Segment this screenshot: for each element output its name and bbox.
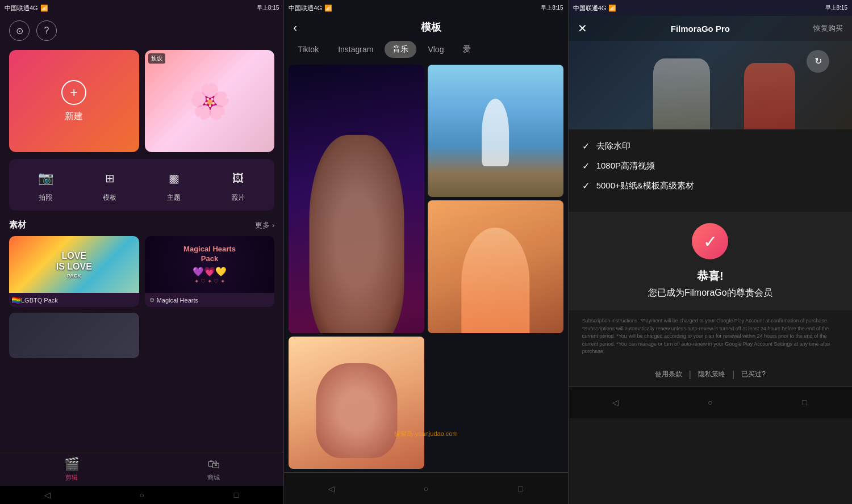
p1-toolbar: ⊙ ? [0,16,283,45]
watermark-text: 缘聚岛-yuanjudao.com [394,430,457,438]
close-button[interactable]: ✕ [578,22,587,35]
new-label: 新建 [65,111,83,123]
tab-vlog[interactable]: Vlog [420,41,452,57]
feature-stickers: ✓ 5000+贴纸&模板高级素材 [582,180,838,191]
p1-main-content: + 新建 🌸 预设 ⋮ [0,45,283,452]
edit-nav-label: 剪辑 [65,473,78,482]
nav-edit[interactable]: 🎬 剪辑 [64,457,80,482]
p3-video-preview: ✕ FilmoraGo Pro 恢复购买 ↻ [569,16,852,129]
back-btn-1[interactable]: ◁ [39,489,56,501]
status-bar-1: 中国联通4G 📶 早上8:15 [0,0,283,16]
hearts-thumb: Magical HeartsPack 💜💗💛 ✦ ♡ ✦ ♡ ✦ [145,236,275,293]
p3-success-section: ✓ 恭喜! 您已成为FilmoraGo的尊贵会员 [569,212,852,310]
success-check-icon: ✓ [703,232,717,251]
sys-nav-1: ◁ ○ □ [0,486,283,504]
panel-main: 中国联通4G 📶 早上8:15 ⊙ ? + 新建 [0,0,284,504]
tab-instagram[interactable]: Instagram [330,41,381,57]
preset-tag: 预设 [148,53,165,64]
template-fashion[interactable] [428,200,563,333]
p3-links: 使用条款 | 隐私策略 | 已买过? [569,363,852,387]
action-template[interactable]: ⊞ 模板 [98,167,121,203]
congrats-title: 恭喜! [697,268,724,284]
p3-header-bar: ✕ FilmoraGo Pro 恢复购买 [569,16,852,41]
p2-template-grid: Rhythmic [284,61,567,472]
template-portrait2[interactable] [289,337,424,469]
home-btn-2[interactable]: ○ [417,482,435,495]
status-right: 早上8:15 [257,4,279,12]
time-1: 早上8:15 [257,4,279,12]
feature-hd: ✓ 1080P高清视频 [582,161,838,171]
privacy-link[interactable]: 隐私策略 [698,369,725,380]
camera-icon: ⊙ [16,26,23,36]
p1-bottom-nav: 🎬 剪辑 🛍 商城 [0,452,283,486]
theme-action-icon: ▩ [162,167,185,190]
p2-header: ‹ 模板 [284,16,567,37]
back-btn-2[interactable]: ◁ [323,482,340,495]
status-bar-2: 中国联通4G 📶 早上8:15 [284,0,567,16]
check-icon-2: ✓ [582,161,590,171]
congrats-subtitle: 您已成为FilmoraGo的尊贵会员 [648,287,772,299]
photos-action-label: 照片 [231,193,245,203]
help-icon-btn[interactable]: ? [36,20,57,41]
p3-disclaimer: Subscription instructions: *Payment will… [569,310,852,363]
refresh-icon[interactable]: ↻ [807,50,829,73]
store-nav-icon: 🛍 [207,457,220,472]
panel-templates: 中国联通4G 📶 早上8:15 ‹ 模板 Tiktok Instagram 音乐… [284,0,568,504]
action-photos[interactable]: 🖼 照片 [227,167,249,203]
camera-action-icon: 📷 [34,167,57,190]
feature-text-1: 去除水印 [596,141,630,152]
template-beach[interactable] [428,65,563,197]
check-icon-3: ✓ [582,180,590,191]
template-rhythmic[interactable]: Rhythmic [289,65,424,333]
p1-top-cards: + 新建 🌸 预设 ⋮ [9,50,274,152]
tab-music[interactable]: 音乐 [385,41,416,58]
camera-icon-btn[interactable]: ⊙ [9,20,30,41]
action-theme[interactable]: ▩ 主题 [162,167,185,203]
more-dots-icon[interactable]: ⋮ [260,145,270,148]
preset-card[interactable]: 🌸 预设 ⋮ [145,50,275,152]
disclaimer-text: Subscription instructions: *Payment will… [582,317,838,356]
plus-circle-icon: + [61,80,86,105]
recent-btn-1[interactable]: □ [228,489,245,501]
tab-love[interactable]: 爱 [455,41,479,58]
home-btn-3[interactable]: ○ [701,396,719,409]
photos-action-icon: 🖼 [227,167,249,190]
recent-btn-3[interactable]: □ [796,396,813,409]
status-bar-3: 中国联通4G 📶 早上8:15 [569,0,852,16]
lgbtq-thumb: LOVEIS LOVE PACK 🏳️‍🌈 [9,236,139,293]
time-3: 早上8:15 [825,4,847,12]
store-nav-label: 商城 [207,473,220,482]
already-bought-link[interactable]: 已买过? [741,369,766,380]
template-action-label: 模板 [103,193,116,203]
recent-btn-2[interactable]: □ [512,482,529,495]
feature-text-2: 1080P高清视频 [596,161,655,171]
back-button[interactable]: ‹ [293,21,297,34]
hearts-name: Magical Hearts [157,297,198,304]
materials-title: 素材 [9,220,26,230]
material-hearts[interactable]: Magical HeartsPack 💜💗💛 ✦ ♡ ✦ ♡ ✦ ⊕ Magic… [145,236,275,307]
p2-bottom-nav: ◁ ○ □ [284,472,567,504]
home-btn-1[interactable]: ○ [133,489,151,501]
back-btn-3[interactable]: ◁ [607,396,624,409]
action-camera[interactable]: 📷 拍照 [34,167,57,203]
status-left: 中国联通4G 📶 [5,4,48,12]
tab-tiktok[interactable]: Tiktok [290,41,327,57]
lgbtq-info: ⊕ LGBTQ Pack [9,293,139,307]
success-check-circle: ✓ [692,223,728,259]
material-third[interactable] [9,313,139,358]
quick-actions-bar: 📷 拍照 ⊞ 模板 ▩ 主题 🖼 照片 [9,159,274,211]
nav-store[interactable]: 🛍 商城 [207,457,220,482]
material-lgbtq[interactable]: LOVEIS LOVE PACK 🏳️‍🌈 ⊕ LGBTQ Pack [9,236,139,307]
p3-features: ✓ 去除水印 ✓ 1080P高清视频 ✓ 5000+贴纸&模板高级素材 [569,129,852,212]
carrier-2: 中国联通4G [289,4,322,12]
hearts-dl-icon: ⊕ [149,296,154,304]
edit-nav-icon: 🎬 [64,457,80,472]
new-project-button[interactable]: + 新建 [9,50,139,152]
time-2: 早上8:15 [541,4,563,12]
restore-button[interactable]: 恢复购买 [813,23,843,33]
more-link[interactable]: 更多 › [255,220,274,230]
camera-action-label: 拍照 [39,193,52,203]
lgbtq-name: LGBTQ Pack [21,297,58,304]
terms-link[interactable]: 使用条款 [655,369,682,380]
hearts-info: ⊕ Magical Hearts [145,293,275,307]
